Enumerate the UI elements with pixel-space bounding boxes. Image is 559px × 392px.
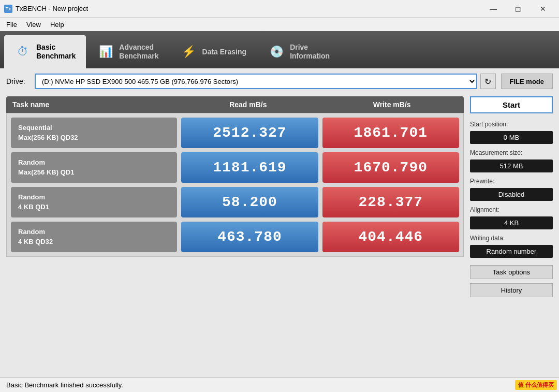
maximize-button[interactable]: ◻ xyxy=(506,3,530,14)
drive-label: Drive: xyxy=(6,77,30,85)
write-value-2: 228.377 xyxy=(322,187,459,217)
start-position-value: 0 MB xyxy=(470,131,553,144)
measurement-size-label: Measurement size: xyxy=(470,149,553,156)
clock-icon: ⏱ xyxy=(14,43,31,60)
tab-basic-benchmark[interactable]: ⏱ BasicBenchmark xyxy=(4,35,86,68)
alignment-label: Alignment: xyxy=(470,206,553,213)
tab-advanced-label: AdvancedBenchmark xyxy=(119,43,158,61)
task-label-3: Random4 KB QD32 xyxy=(11,222,177,252)
tab-bar: ⏱ BasicBenchmark 📊 AdvancedBenchmark ⚡ D… xyxy=(0,31,559,68)
task-label-2: Random4 KB QD1 xyxy=(11,187,177,217)
drive-selector-row: Drive: (D:) NVMe HP SSD EX900 500 465.75… xyxy=(6,74,553,89)
task-options-button[interactable]: Task options xyxy=(470,265,553,279)
writing-data-label: Writing data: xyxy=(470,235,553,242)
write-value-0: 1861.701 xyxy=(322,118,459,148)
erase-icon: ⚡ xyxy=(181,43,197,60)
start-button[interactable]: Start xyxy=(470,96,553,113)
file-mode-button[interactable]: FILE mode xyxy=(501,74,553,89)
read-value-3: 463.780 xyxy=(181,222,318,252)
drive-select[interactable]: (D:) NVMe HP SSD EX900 500 465.75 GB (97… xyxy=(35,74,477,89)
read-value-1: 1181.619 xyxy=(181,152,318,183)
menu-file[interactable]: File xyxy=(2,20,21,30)
bench-header: Task name Read mB/s Write mB/s xyxy=(6,96,464,113)
drive-icon: 💿 xyxy=(268,43,285,60)
menu-bar: File View Help xyxy=(0,18,559,31)
read-value-2: 58.200 xyxy=(181,187,318,217)
minimize-button[interactable]: — xyxy=(481,3,505,14)
watermark: 值 什么值得买 xyxy=(515,380,557,390)
status-text: Basic Benchmark finished successfully. xyxy=(6,381,123,389)
tab-erase-label: Data Erasing xyxy=(202,48,247,56)
content-area: Drive: (D:) NVMe HP SSD EX900 500 465.75… xyxy=(0,68,559,378)
table-row: SequentialMax(256 KB) QD32 2512.327 1861… xyxy=(11,118,459,148)
task-label-0: SequentialMax(256 KB) QD32 xyxy=(11,118,177,148)
alignment-value: 4 KB xyxy=(470,216,553,229)
drive-select-wrapper: (D:) NVMe HP SSD EX900 500 465.75 GB (97… xyxy=(35,74,496,89)
write-value-1: 1670.790 xyxy=(322,152,459,183)
bench-body: SequentialMax(256 KB) QD32 2512.327 1861… xyxy=(6,113,464,257)
benchmark-panel: Task name Read mB/s Write mB/s Sequentia… xyxy=(6,96,464,372)
app-icon: Tx xyxy=(4,5,12,13)
menu-help[interactable]: Help xyxy=(46,20,68,30)
table-row: RandomMax(256 KB) QD1 1181.619 1670.790 xyxy=(11,152,459,183)
window-controls: — ◻ ✕ xyxy=(481,3,555,14)
menu-view[interactable]: View xyxy=(22,20,45,30)
tab-drive-label: DriveInformation xyxy=(290,43,330,61)
table-row: Random4 KB QD1 58.200 228.377 xyxy=(11,187,459,217)
task-label-1: RandomMax(256 KB) QD1 xyxy=(11,152,177,183)
write-value-3: 404.446 xyxy=(322,222,459,252)
tab-advanced-benchmark[interactable]: 📊 AdvancedBenchmark xyxy=(87,35,169,68)
writing-data-value: Random number xyxy=(470,245,553,258)
prewrite-label: Prewrite: xyxy=(470,178,553,185)
main-layout: Task name Read mB/s Write mB/s Sequentia… xyxy=(6,96,553,372)
tab-drive-information[interactable]: 💿 DriveInformation xyxy=(258,35,340,68)
table-row: Random4 KB QD32 463.780 404.446 xyxy=(11,222,459,252)
right-panel: Start Start position: 0 MB Measurement s… xyxy=(470,96,553,372)
header-read: Read mB/s xyxy=(176,96,320,113)
prewrite-value: Disabled xyxy=(470,188,553,201)
history-button[interactable]: History xyxy=(470,283,553,297)
tab-data-erasing[interactable]: ⚡ Data Erasing xyxy=(170,35,257,68)
chart-icon: 📊 xyxy=(97,43,114,60)
title-bar: Tx TxBENCH - New project — ◻ ✕ xyxy=(0,0,559,18)
tab-basic-label: BasicBenchmark xyxy=(36,43,76,61)
window-title: TxBENCH - New project xyxy=(16,5,88,12)
read-value-0: 2512.327 xyxy=(181,118,318,148)
refresh-button[interactable]: ↻ xyxy=(480,74,496,89)
start-position-label: Start position: xyxy=(470,121,553,128)
close-button[interactable]: ✕ xyxy=(531,3,555,14)
measurement-size-value: 512 MB xyxy=(470,159,553,172)
header-task: Task name xyxy=(6,96,176,113)
status-bar: Basic Benchmark finished successfully. xyxy=(0,378,559,392)
header-write: Write mB/s xyxy=(320,96,464,113)
